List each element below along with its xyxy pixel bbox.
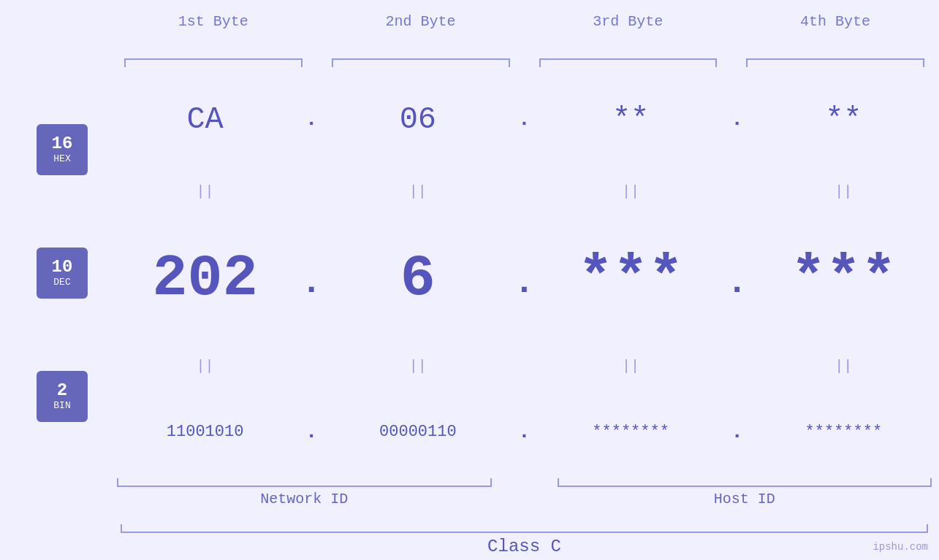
- bin-dot-3: .: [726, 421, 748, 443]
- top-bracket-row: [110, 51, 939, 73]
- bottom-section: Network ID Host ID: [0, 472, 939, 515]
- bottom-labels: Network ID Host ID: [110, 491, 939, 507]
- hex-dot-2: .: [514, 108, 536, 131]
- hex-value-4: **: [748, 102, 939, 137]
- dec-value-1: 202: [110, 245, 300, 312]
- class-bracket: [121, 518, 928, 533]
- hex-badge-num: 16: [52, 134, 73, 153]
- bin-value-1: 11001010: [110, 423, 300, 441]
- hex-dot-1: .: [300, 108, 322, 131]
- class-section: Class C: [0, 518, 939, 560]
- eq-2-3: ||: [536, 358, 726, 375]
- dec-data-row: 202 . 6 . *** . ***: [110, 245, 939, 312]
- hex-value-3: **: [536, 102, 726, 137]
- eq-2-1: ||: [110, 358, 300, 375]
- hex-badge-label: HEX: [53, 153, 70, 164]
- bin-dot-1: .: [300, 421, 322, 443]
- hex-value-1: CA: [110, 102, 300, 137]
- network-bracket: [110, 472, 499, 487]
- dec-byte-3: ***: [536, 245, 726, 312]
- eq-2-2: ||: [322, 358, 513, 375]
- dec-dot-3: .: [726, 263, 748, 302]
- badges-column: 16 HEX 10 DEC 2 BIN: [0, 73, 110, 472]
- network-id-label: Network ID: [110, 491, 499, 507]
- byte-label-1: 1st Byte: [110, 13, 317, 51]
- bin-data-row: 11001010 . 00000110 . ******** . *******…: [110, 421, 939, 443]
- byte-label-2: 2nd Byte: [317, 13, 525, 51]
- main-area: 16 HEX 10 DEC 2 BIN CA . 06: [0, 73, 939, 472]
- bin-dot-2: .: [514, 421, 536, 443]
- dec-badge-num: 10: [52, 258, 73, 277]
- bin-byte-3: ********: [536, 423, 726, 441]
- class-c-label: Class C: [487, 537, 561, 556]
- dec-byte-1: 202: [110, 245, 300, 312]
- eq-2-4: ||: [748, 358, 939, 375]
- dec-badge-label: DEC: [53, 277, 70, 288]
- eq-1-4: ||: [748, 183, 939, 200]
- bin-badge-num: 2: [57, 381, 67, 400]
- bracket-2: [324, 51, 517, 73]
- dec-badge: 10 DEC: [37, 248, 88, 299]
- hex-data-row: CA . 06 . ** . **: [110, 102, 939, 137]
- hex-byte-4: **: [748, 102, 939, 137]
- eq-1-2: ||: [322, 183, 513, 200]
- bin-value-2: 00000110: [322, 423, 513, 441]
- hex-badge: 16 HEX: [37, 124, 88, 175]
- bin-value-4: ********: [748, 423, 939, 441]
- bin-value-3: ********: [536, 423, 726, 441]
- data-rows-column: CA . 06 . ** . ** || ||: [110, 73, 939, 472]
- equals-row-2: || || || ||: [110, 356, 939, 377]
- bottom-brackets: [110, 472, 939, 487]
- byte-labels: 1st Byte 2nd Byte 3rd Byte 4th Byte: [110, 13, 939, 51]
- host-id-label: Host ID: [550, 491, 940, 507]
- header-row: 1st Byte 2nd Byte 3rd Byte 4th Byte: [0, 0, 939, 51]
- hex-value-2: 06: [322, 102, 513, 137]
- hex-byte-2: 06: [322, 102, 513, 137]
- hex-byte-3: **: [536, 102, 726, 137]
- bin-byte-4: ********: [748, 423, 939, 441]
- equals-row-1: || || || ||: [110, 180, 939, 202]
- eq-1-1: ||: [110, 183, 300, 200]
- dec-byte-2: 6: [322, 245, 513, 312]
- bracket-4: [739, 51, 932, 73]
- bin-badge-label: BIN: [53, 400, 70, 411]
- hex-byte-1: CA: [110, 102, 300, 137]
- dec-value-2: 6: [322, 245, 513, 312]
- dec-dot-1: .: [300, 263, 322, 302]
- hex-dot-3: .: [726, 108, 748, 131]
- dec-byte-4: ***: [748, 245, 939, 312]
- dec-dot-2: .: [514, 263, 536, 302]
- main-container: 1st Byte 2nd Byte 3rd Byte 4th Byte 16 H…: [0, 0, 939, 560]
- watermark: ipshu.com: [873, 541, 928, 553]
- dec-value-4: ***: [748, 245, 939, 312]
- bracket-1: [117, 51, 310, 73]
- eq-1-3: ||: [536, 183, 726, 200]
- bracket-3: [532, 51, 725, 73]
- class-label-row: Class C: [110, 533, 939, 560]
- host-bracket: [550, 472, 940, 487]
- bin-byte-1: 11001010: [110, 423, 300, 441]
- byte-label-4: 4th Byte: [731, 13, 939, 51]
- bin-badge: 2 BIN: [37, 371, 88, 422]
- bin-byte-2: 00000110: [322, 423, 513, 441]
- dec-value-3: ***: [536, 245, 726, 312]
- byte-label-3: 3rd Byte: [525, 13, 732, 51]
